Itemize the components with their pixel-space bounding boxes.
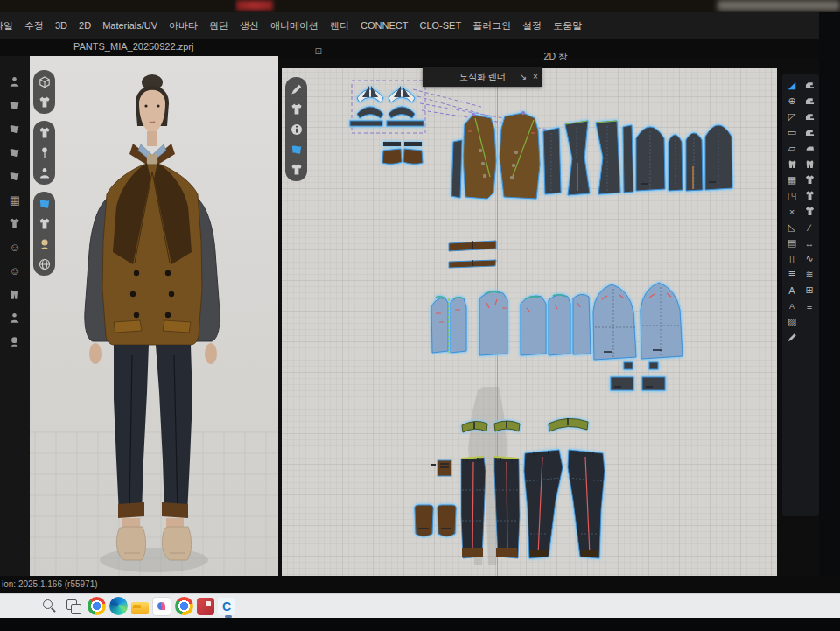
polygon-tool-icon[interactable]: ▱ — [785, 142, 799, 155]
taskbar-design-app-icon[interactable] — [152, 597, 172, 616]
dialog-close-icon[interactable]: × — [529, 72, 542, 81]
menu-2d[interactable]: 2D — [79, 20, 91, 31]
transform-pattern-icon[interactable]: ◢ — [785, 79, 799, 92]
grid-texture-icon[interactable]: ▦ — [785, 173, 799, 186]
textured-surface-icon[interactable]: ▦ — [8, 193, 22, 207]
pocket-flap-pieces[interactable] — [382, 142, 423, 164]
menu-3d[interactable]: 3D — [55, 20, 67, 31]
sewing-segment-icon[interactable] — [802, 79, 816, 92]
fabric-drape-icon-4[interactable] — [8, 170, 22, 184]
seam-slash-icon[interactable]: ∕ — [802, 221, 816, 234]
menu-materials-uv[interactable]: Materials/UV — [102, 20, 158, 31]
garment-dark-icon[interactable] — [37, 216, 52, 231]
rectangle-tool-icon[interactable]: ▭ — [785, 126, 799, 139]
iron-tool-icon[interactable] — [802, 142, 816, 155]
viewport-2d[interactable] — [282, 68, 777, 586]
taskbar-chrome-icon[interactable] — [88, 597, 106, 615]
menu-settings[interactable]: 설정 — [522, 19, 542, 32]
avatar-face-small-icon[interactable]: ☺ — [8, 241, 22, 255]
sewing-mn-icon[interactable] — [802, 110, 816, 123]
measure-width-icon[interactable]: ↔ — [802, 236, 816, 249]
text-large-icon[interactable]: A — [785, 284, 799, 297]
garment-texture-icon[interactable] — [37, 95, 52, 109]
text-small-icon[interactable]: A — [785, 299, 799, 312]
menu-help[interactable]: 도움말 — [553, 19, 582, 32]
fabric-view-icon[interactable] — [289, 142, 304, 157]
menu-avatar[interactable]: 아바타 — [169, 19, 198, 32]
fabric-drape-icon-3[interactable] — [8, 146, 22, 160]
edit-point-icon[interactable]: ⊕ — [785, 95, 799, 108]
taskbar-clo-icon[interactable]: C — [218, 598, 235, 615]
pocket-bag-pieces[interactable] — [415, 505, 456, 536]
dialog-collapse-icon[interactable]: ↘ — [517, 72, 529, 81]
layer-stack-icon[interactable]: ≡ — [802, 299, 816, 312]
fly-piece[interactable] — [430, 460, 452, 476]
hatch-fill-icon[interactable]: ▨ — [785, 315, 799, 328]
trace-tool-icon[interactable]: ◳ — [785, 189, 799, 202]
sewing-free-icon[interactable] — [802, 95, 816, 108]
notch-tool-icon[interactable]: ◺ — [785, 221, 799, 234]
avatar-head-icon[interactable] — [8, 335, 22, 349]
fabric-view-icon[interactable] — [37, 196, 52, 211]
schematic-render-dialog[interactable]: 도식화 렌더 ↘ × — [423, 67, 542, 87]
jacket-sleeve-pieces[interactable] — [636, 125, 732, 191]
avatar-show-icon[interactable] — [8, 312, 22, 326]
float-window-icon[interactable]: ⊡ — [314, 46, 321, 56]
sewing-edit-icon[interactable] — [802, 126, 816, 139]
ruler-stack-icon[interactable]: ≣ — [785, 268, 799, 281]
menu-plugin[interactable]: 플러그인 — [472, 19, 511, 32]
render-style-icon[interactable] — [37, 74, 52, 89]
environment-icon[interactable] — [37, 256, 52, 271]
menu-connect[interactable]: CONNECT — [360, 20, 408, 31]
spec-list-icon[interactable]: ▤ — [785, 236, 799, 249]
show-pattern-icon[interactable] — [289, 102, 304, 116]
pen-tool-icon[interactable] — [289, 81, 304, 96]
show-avatar-icon[interactable] — [37, 165, 52, 180]
ruler-vertical-icon[interactable]: ▯ — [785, 252, 799, 265]
avatar-pose-icon[interactable] — [8, 75, 22, 89]
dart-tool-icon[interactable] — [785, 158, 799, 171]
menu-production[interactable]: 생산 — [240, 19, 259, 32]
button-tool-icon[interactable]: ⊞ — [802, 284, 816, 297]
jacket-front-pieces[interactable] — [463, 111, 540, 199]
remove-tool-icon[interactable]: × — [785, 205, 799, 218]
belt-strip-pieces[interactable] — [449, 241, 496, 268]
fabric-drape-icon-1[interactable] — [8, 99, 22, 113]
taskbar-chrome2-icon[interactable] — [175, 597, 193, 615]
shirt-check-icon[interactable] — [802, 205, 816, 218]
shirring-icon[interactable]: ≋ — [802, 268, 816, 281]
taskbar-taskview-icon[interactable] — [63, 596, 84, 617]
taskbar-explorer-icon[interactable] — [131, 602, 149, 614]
pin-tool-icon[interactable] — [37, 145, 52, 160]
avatar[interactable] — [85, 74, 220, 560]
taskbar-red-app-icon[interactable] — [197, 598, 214, 615]
shirt-tool-icon-2[interactable] — [802, 189, 816, 202]
menu-fabric[interactable]: 원단 — [209, 19, 228, 32]
avatar-head-icon[interactable] — [37, 236, 52, 251]
fit-map-icon[interactable] — [802, 158, 816, 171]
pattern-info-icon[interactable] — [289, 122, 304, 137]
fabric-drape-icon-2[interactable] — [8, 123, 22, 137]
menu-edit[interactable]: 수정 — [24, 19, 44, 32]
jacket-outline-icon[interactable] — [8, 288, 22, 302]
edit-curve-icon[interactable]: ◸ — [785, 110, 799, 123]
collar-pattern-pieces[interactable] — [350, 86, 424, 126]
menu-clo-set[interactable]: CLO-SET — [419, 20, 461, 31]
paint-brush-icon[interactable] — [785, 331, 799, 344]
pants-back-pieces[interactable] — [524, 450, 605, 558]
avatar-face-icon[interactable]: ☺ — [8, 264, 22, 278]
elastic-icon[interactable]: ∿ — [802, 252, 816, 265]
show-baseline-icon[interactable] — [289, 162, 304, 177]
show-garment-icon[interactable] — [37, 125, 52, 140]
taskbar-edge-icon[interactable] — [109, 597, 128, 615]
garment-show-icon[interactable] — [8, 217, 22, 231]
shirt-cuff-pieces[interactable] — [611, 362, 665, 390]
menu-file[interactable]: 파일 — [0, 19, 13, 32]
shirt-tool-icon-1[interactable] — [802, 173, 816, 186]
menu-render[interactable]: 렌더 — [330, 19, 349, 32]
menu-animation[interactable]: 애니메이션 — [270, 19, 318, 32]
shirt-pattern-pieces[interactable] — [431, 283, 682, 360]
project-tab[interactable]: PANTS_MIA_20250922.zprj ⊡ — [74, 41, 208, 52]
taskbar-search-icon[interactable] — [38, 596, 60, 617]
viewport-3d[interactable] — [30, 56, 278, 586]
